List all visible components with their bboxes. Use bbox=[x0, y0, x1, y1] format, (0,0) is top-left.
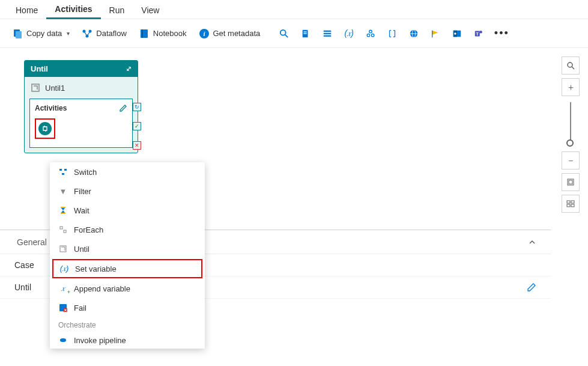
webhook-icon bbox=[366, 28, 375, 39]
dataflow-icon bbox=[82, 28, 92, 39]
on-fail-connector[interactable]: ✕ bbox=[133, 141, 141, 150]
menu-append-variable[interactable]: 𝑥+ Append variable bbox=[50, 279, 205, 298]
lookup-icon-button[interactable] bbox=[274, 26, 294, 41]
hourglass-icon bbox=[58, 206, 68, 215]
activity-circle-icon bbox=[38, 122, 52, 135]
menu-set-variable[interactable]: (𝑥) Set variable bbox=[52, 259, 202, 278]
svg-point-19 bbox=[369, 30, 372, 32]
foreach-icon bbox=[58, 225, 68, 234]
activities-section-label: Activities bbox=[35, 104, 67, 112]
web-icon-button[interactable] bbox=[404, 26, 423, 41]
prop-tab-general[interactable]: General bbox=[10, 231, 54, 253]
menu-set-variable-label: Set variable bbox=[75, 264, 117, 273]
svg-point-9 bbox=[280, 29, 286, 35]
tab-home[interactable]: Home bbox=[7, 2, 46, 19]
azure-icon-button[interactable] bbox=[426, 26, 445, 41]
svg-point-18 bbox=[372, 34, 374, 36]
until-activity-card[interactable]: Until ⤢ Until1 Activities ↻ bbox=[24, 60, 138, 153]
script-icon-button[interactable] bbox=[296, 26, 315, 41]
menu-until[interactable]: Until bbox=[50, 239, 205, 258]
outlook-icon bbox=[452, 28, 462, 39]
svg-line-39 bbox=[572, 67, 574, 69]
pipeline-icon bbox=[58, 335, 68, 345]
svg-rect-41 bbox=[569, 180, 572, 184]
svg-point-38 bbox=[568, 63, 572, 67]
get-metadata-label: Get metadata bbox=[213, 29, 261, 38]
collapse-panel-button[interactable] bbox=[523, 238, 541, 246]
zoom-slider-knob[interactable] bbox=[566, 139, 574, 147]
menu-invoke-pipeline-label: Invoke pipeline bbox=[74, 336, 126, 345]
menu-wait[interactable]: Wait bbox=[50, 201, 205, 220]
svg-point-27 bbox=[480, 31, 482, 33]
zoom-in-button[interactable]: ＋ bbox=[562, 78, 580, 96]
zoom-slider[interactable] bbox=[570, 102, 571, 145]
teams-icon: T bbox=[474, 28, 483, 39]
minimap-icon bbox=[566, 200, 575, 208]
svg-point-17 bbox=[368, 34, 370, 36]
outlook-icon-button[interactable] bbox=[447, 26, 467, 41]
notebook-button[interactable]: Notebook bbox=[134, 26, 192, 41]
teams-icon-button[interactable]: T bbox=[469, 26, 488, 41]
svg-rect-33 bbox=[60, 227, 62, 229]
notebook-icon bbox=[139, 28, 150, 39]
stored-proc-icon-button[interactable] bbox=[318, 26, 337, 41]
fit-to-screen-button[interactable] bbox=[562, 173, 580, 191]
menu-fail[interactable]: Fail bbox=[50, 298, 205, 317]
menu-filter-label: Filter bbox=[74, 187, 91, 196]
menu-switch-label: Switch bbox=[74, 168, 97, 177]
svg-rect-16 bbox=[324, 35, 331, 36]
menu-invoke-pipeline[interactable]: Invoke pipeline bbox=[50, 331, 205, 349]
menu-switch[interactable]: Switch bbox=[50, 162, 205, 181]
get-metadata-button[interactable]: i Get metadata bbox=[194, 26, 265, 41]
on-skip-connector[interactable]: ↻ bbox=[133, 103, 141, 111]
tab-view[interactable]: View bbox=[133, 2, 168, 19]
list-icon bbox=[323, 28, 332, 39]
copy-data-button[interactable]: Copy data ▾ bbox=[7, 26, 74, 41]
globe-icon bbox=[409, 28, 419, 39]
append-variable-icon: 𝑥+ bbox=[58, 284, 68, 293]
variable-icon: (𝑥) bbox=[345, 28, 354, 38]
menu-wait-label: Wait bbox=[74, 206, 89, 215]
dataflow-label: Dataflow bbox=[96, 29, 127, 38]
variable-icon-button[interactable]: (𝑥) bbox=[339, 26, 359, 41]
activity-context-menu: Switch ▼ Filter Wait ForEach Until (𝑥) S… bbox=[50, 162, 205, 349]
tab-run[interactable]: Run bbox=[101, 2, 133, 19]
svg-rect-42 bbox=[567, 201, 570, 203]
more-button[interactable]: ••• bbox=[491, 25, 510, 42]
expand-icon[interactable]: ⤢ bbox=[126, 65, 132, 73]
delete-icon-button[interactable] bbox=[383, 26, 402, 41]
until-card-title: Until bbox=[31, 64, 48, 73]
dataflow-button[interactable]: Dataflow bbox=[77, 26, 132, 41]
svg-rect-15 bbox=[324, 32, 331, 34]
svg-rect-1 bbox=[16, 31, 22, 38]
webhook-icon-button[interactable] bbox=[361, 26, 380, 41]
menu-foreach[interactable]: ForEach bbox=[50, 220, 205, 239]
menu-append-variable-label: Append variable bbox=[74, 284, 130, 293]
edit-expression-icon[interactable] bbox=[527, 282, 536, 292]
svg-rect-34 bbox=[64, 230, 66, 233]
menu-foreach-label: ForEach bbox=[74, 225, 103, 234]
search-icon bbox=[279, 28, 289, 39]
on-success-connector[interactable]: ✓ bbox=[133, 122, 141, 130]
menu-section-orchestrate: Orchestrate bbox=[50, 317, 205, 331]
fit-icon bbox=[566, 178, 575, 186]
chevron-down-icon: ▾ bbox=[67, 30, 70, 37]
zoom-out-button[interactable]: － bbox=[562, 151, 580, 169]
svg-rect-29 bbox=[32, 84, 39, 91]
add-activity-highlight[interactable] bbox=[35, 118, 55, 139]
svg-rect-32 bbox=[62, 173, 64, 175]
pencil-icon[interactable] bbox=[119, 104, 127, 112]
switch-icon bbox=[58, 167, 68, 177]
script-icon bbox=[301, 28, 311, 39]
svg-rect-30 bbox=[59, 169, 62, 171]
activities-inner-panel[interactable]: Activities ↻ ✓ ✕ bbox=[29, 99, 133, 148]
loop-icon bbox=[31, 83, 40, 93]
set-variable-icon: (𝑥) bbox=[59, 264, 69, 273]
canvas-search-button[interactable] bbox=[562, 56, 580, 75]
menu-filter[interactable]: ▼ Filter bbox=[50, 181, 205, 201]
flag-icon bbox=[431, 28, 440, 39]
svg-rect-45 bbox=[571, 204, 574, 207]
tab-activities[interactable]: Activities bbox=[46, 1, 100, 19]
prop-row-case-label: Case bbox=[14, 260, 44, 270]
minimap-button[interactable] bbox=[562, 195, 580, 213]
